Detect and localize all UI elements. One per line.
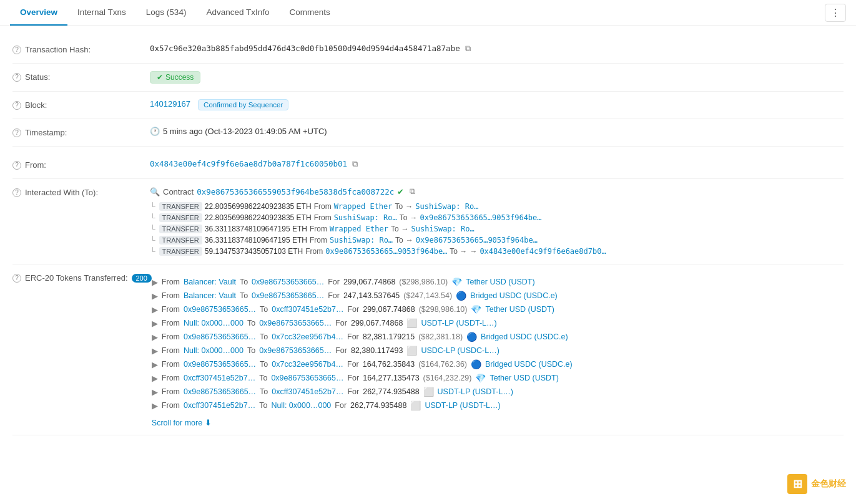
from-label: From [162, 360, 180, 369]
token-name-link[interactable]: USDC-LP (USDC-L…) [421, 346, 499, 355]
from-address-link[interactable]: 0x4843e00ef4c9f9f6e6ae8d7b0a787f1c60050b… [150, 159, 347, 168]
to-label: To [260, 387, 268, 396]
erc20-row: ? ERC-20 Tokens Transferred: 200 ▶ From … [12, 264, 844, 435]
erc20-to-link[interactable]: 0x7cc32ee9567b4… [272, 360, 343, 369]
copy-hash-icon[interactable]: ⧉ [465, 44, 471, 54]
erc20-to-link[interactable]: 0x9e86753653665… [252, 278, 324, 286]
transfer-to-link[interactable]: SushiSwap: Ro… [411, 225, 475, 233]
transfer-from-link[interactable]: SushiSwap: Ro… [330, 236, 393, 245]
tab-logs[interactable]: Logs (534) [136, 0, 197, 26]
erc20-to-link[interactable]: 0x9e86753653665… [271, 374, 343, 382]
erc20-from-link[interactable]: 0xcff307451e52b7… [184, 401, 255, 410]
block-label: ? Block: [12, 99, 150, 110]
transfer-badge: TRANSFER [159, 213, 202, 222]
erc20-from-link[interactable]: 0x9e86753653665… [184, 360, 256, 369]
from-help-icon[interactable]: ? [12, 161, 21, 170]
from-label-text: From [314, 213, 332, 222]
tab-advanced-txinfo[interactable]: Advanced TxInfo [196, 0, 279, 26]
transfer-amount: 59.13475373435057103 ETH [205, 247, 303, 256]
token-icon: 💎 [471, 304, 481, 314]
to-label: To [259, 401, 267, 410]
transfer-item: └ TRANSFER 36.331183748109647195 ETH Fro… [150, 224, 606, 234]
tab-overview[interactable]: Overview [10, 0, 67, 26]
erc20-from-link[interactable]: 0x9e86753653665… [184, 305, 256, 314]
for-amount: 164,277.135473 [363, 374, 419, 382]
interacted-help-icon[interactable]: ? [12, 188, 21, 197]
erc20-to-link[interactable]: Null: 0x000…000 [271, 401, 331, 410]
transfer-to-link[interactable]: SushiSwap: Ro… [415, 202, 478, 211]
erc20-from-link[interactable]: 0x9e86753653665… [184, 387, 256, 396]
transfer-to-link[interactable]: 0x9e86753653665…9053f964be… [420, 213, 541, 222]
token-icon: 💎 [475, 373, 486, 383]
from-label: From [162, 401, 180, 410]
for-amount: 299,067.74868 [343, 278, 395, 286]
transfer-from-link[interactable]: SushiSwap: Ro… [334, 213, 397, 222]
copy-contract-icon[interactable]: ⧉ [410, 187, 415, 196]
token-icon: ⬜ [406, 346, 417, 356]
token-name-link[interactable]: USDT-LP (USDT-L…) [421, 319, 496, 327]
contract-address-link[interactable]: 0x9e8675365366559053f964be5838d5fca00872… [197, 187, 394, 196]
magnifier-icon: 🔍 [150, 187, 160, 196]
transfer-to-link[interactable]: 0x9e86753653665…9053f964be… [416, 236, 538, 245]
token-name-link[interactable]: Bridged USDC (USDC.e) [481, 332, 568, 341]
main-content: ? Transaction Hash: 0x57c96e320a3b885fab… [0, 26, 856, 445]
erc20-from-link[interactable]: Null: 0x000…000 [184, 319, 244, 327]
erc20-from-link[interactable]: Balancer: Vault [184, 278, 236, 286]
erc20-transfer-item: ▶ From 0x9e86753653665… To 0x7cc32ee9567… [152, 359, 844, 369]
transfer-from-link[interactable]: Wrapped Ether [334, 202, 393, 211]
arrow-icon: → [470, 247, 477, 256]
status-row: ? Status: Success [12, 64, 844, 92]
token-name-link[interactable]: Tether USD (USDT) [489, 374, 558, 382]
confirmed-badge: Confirmed by Sequencer [198, 99, 288, 110]
token-name-link[interactable]: Tether USD (USDT) [485, 305, 554, 314]
status-help-icon[interactable]: ? [12, 73, 21, 82]
erc20-transfer-item: ▶ From 0x9e86753653665… To 0xcff307451e5… [152, 304, 844, 314]
tab-internal-txns[interactable]: Internal Txns [67, 0, 136, 26]
token-name-link[interactable]: Tether USD (USDT) [466, 278, 534, 286]
erc20-to-link[interactable]: 0x7cc32ee9567b4… [272, 332, 343, 341]
to-label-text: To [395, 236, 403, 245]
erc20-from-link[interactable]: Balancer: Vault [184, 291, 236, 300]
transfer-from-link[interactable]: Wrapped Ether [330, 225, 388, 233]
arrow-bullet: ▶ [152, 401, 158, 410]
token-name-link[interactable]: USDT-LP (USDT-L…) [438, 387, 513, 396]
transaction-hash-help-icon[interactable]: ? [12, 46, 21, 54]
to-label: To [240, 291, 248, 300]
block-number-link[interactable]: 140129167 [150, 99, 190, 109]
copy-from-icon[interactable]: ⧉ [352, 159, 358, 169]
more-options-button[interactable]: ⋮ [825, 4, 846, 22]
transfer-from-link[interactable]: 0x9e86753653665…9053f964be… [325, 247, 447, 256]
to-label: To [260, 305, 268, 314]
erc20-to-link[interactable]: 0xcff307451e52b7… [272, 305, 343, 314]
erc20-help-icon[interactable]: ? [12, 274, 21, 283]
token-name-link[interactable]: Bridged USDC (USDC.e) [470, 291, 558, 300]
erc20-to-link[interactable]: 0xcff307451e52b7… [272, 387, 343, 396]
erc20-from-link[interactable]: Null: 0x000…000 [184, 346, 244, 355]
erc20-to-link[interactable]: 0x9e86753653665… [259, 346, 332, 355]
block-help-icon[interactable]: ? [12, 101, 21, 110]
erc20-from-link[interactable]: 0x9e86753653665… [184, 332, 256, 341]
token-icon: ⬜ [406, 318, 417, 328]
usd-amount: ($82,381.18) [418, 332, 463, 341]
token-icon: 💎 [451, 277, 462, 287]
tree-icon: └ [150, 247, 155, 256]
erc20-transfer-item: ▶ From Null: 0x000…000 To 0x9e8675365366… [152, 318, 844, 328]
timestamp-label: ? Timestamp: [12, 127, 150, 137]
for-label: For [335, 401, 347, 410]
to-label-text: To [395, 202, 403, 211]
tree-icon: └ [150, 213, 155, 222]
tab-comments[interactable]: Comments [279, 0, 340, 26]
erc20-to-link[interactable]: 0x9e86753653665… [259, 319, 332, 327]
erc20-to-link[interactable]: 0x9e86753653665… [252, 291, 324, 300]
timestamp-help-icon[interactable]: ? [12, 128, 21, 137]
token-name-link[interactable]: USDT-LP (USDT-L…) [425, 401, 500, 410]
arrow-bullet: ▶ [152, 332, 158, 342]
transaction-hash-text: 0x57c96e320a3b885fabd95dd476d43c0d0fb105… [150, 44, 460, 53]
for-label: For [347, 332, 359, 341]
from-label-text: From [305, 247, 323, 256]
token-name-link[interactable]: Bridged USDC (USDC.e) [485, 360, 573, 369]
erc20-from-link[interactable]: 0xcff307451e52b7… [184, 374, 255, 382]
scroll-more[interactable]: Scroll for more ⬇ [152, 418, 212, 427]
transfer-to-link[interactable]: 0x4843e00ef4c9f9f6e6ae8d7b0… [480, 247, 606, 256]
from-label-text: From [310, 236, 327, 245]
